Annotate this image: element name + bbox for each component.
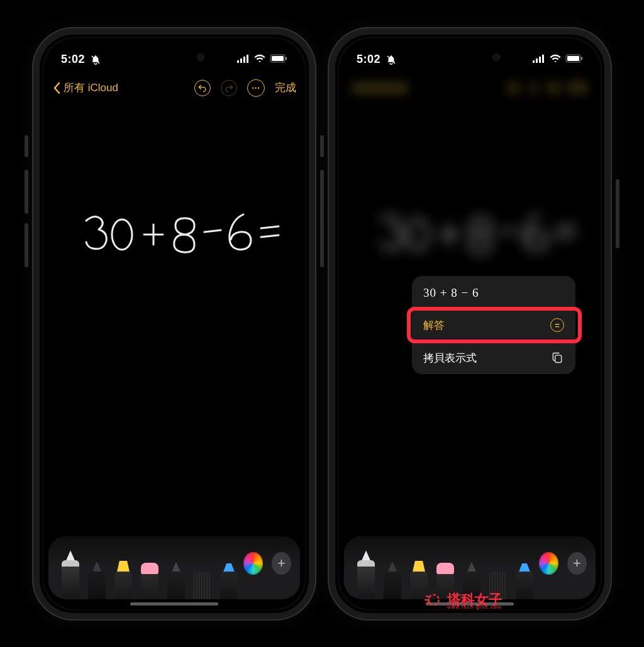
nav-back-label: 所有 iCloud (64, 80, 118, 95)
phone-frame-left: 5:02 (33, 28, 315, 619)
equals-icon: = (550, 318, 564, 332)
svg-rect-2 (240, 58, 242, 63)
home-indicator[interactable] (130, 602, 218, 606)
color-picker[interactable] (539, 552, 558, 575)
tool-pen[interactable] (357, 541, 375, 598)
watermark: 塔科女子 www.tech-girlz.com (423, 590, 502, 609)
tool-paint[interactable]: 50 (219, 553, 238, 599)
tool-paint[interactable]: 50 (515, 553, 534, 599)
screen-right: 5:02 (339, 38, 601, 609)
tool-pen[interactable] (61, 541, 80, 598)
color-picker[interactable] (243, 552, 263, 575)
svg-rect-17 (539, 57, 541, 63)
screen-left: 5:02 (43, 38, 305, 609)
status-time: 5:02 (61, 53, 85, 66)
svg-line-11 (204, 230, 221, 232)
undo-button[interactable] (194, 80, 211, 96)
svg-point-29 (428, 595, 439, 606)
add-tool-button[interactable]: + (272, 552, 291, 575)
add-tool-button[interactable]: + (567, 552, 587, 575)
drawing-tool-tray: 80 50 + (48, 536, 300, 599)
tool-ruler[interactable] (193, 553, 212, 599)
svg-line-25 (500, 230, 516, 232)
svg-line-26 (557, 226, 574, 228)
svg-point-8 (112, 219, 132, 250)
svg-rect-20 (567, 56, 579, 61)
svg-point-22 (408, 219, 428, 250)
battery-icon (565, 54, 583, 65)
watermark-sub: www.tech-girlz.com (447, 604, 502, 610)
cellular-icon (533, 54, 545, 65)
svg-rect-4 (247, 55, 248, 63)
drawing-tool-tray: 80 50 + (344, 536, 596, 599)
tool-pencil[interactable] (167, 553, 186, 599)
battery-icon (270, 54, 287, 65)
nav-back[interactable]: 所有 iCloud (52, 80, 118, 95)
svg-line-27 (557, 235, 574, 237)
popup-copy-label: 拷貝表示式 (423, 351, 477, 365)
mute-icon (90, 54, 101, 65)
dynamic-island (136, 46, 212, 69)
svg-rect-3 (243, 57, 245, 63)
phone-frame-right: 5:02 (329, 28, 611, 619)
done-button[interactable]: 完成 (275, 80, 296, 95)
tool-brush[interactable]: 80 (383, 553, 402, 599)
tool-eraser[interactable] (140, 553, 159, 599)
wifi-icon (549, 54, 562, 65)
popup-solve-label: 解答 (423, 318, 445, 333)
popup-copy-row[interactable]: 拷貝表示式 (412, 341, 575, 374)
svg-rect-1 (237, 60, 239, 63)
svg-line-13 (261, 235, 279, 237)
popup-solve-row[interactable]: 解答 = (412, 309, 575, 341)
cellular-icon (237, 54, 250, 65)
svg-rect-18 (542, 55, 544, 63)
svg-rect-15 (533, 60, 535, 63)
svg-line-12 (261, 226, 279, 228)
math-popup: 30 + 8 − 6 解答 = 拷貝表示式 (412, 276, 575, 374)
popup-expression: 30 + 8 − 6 (412, 276, 575, 309)
tool-highlighter[interactable] (114, 553, 133, 599)
svg-rect-28 (555, 355, 562, 363)
more-button[interactable]: ⋯ (247, 79, 265, 97)
svg-rect-21 (581, 57, 582, 60)
note-canvas[interactable] (43, 102, 305, 534)
svg-rect-6 (272, 56, 284, 61)
svg-rect-16 (536, 58, 538, 63)
copy-icon (550, 351, 564, 365)
svg-line-32 (426, 602, 430, 604)
redo-button[interactable] (221, 80, 237, 96)
dynamic-island (432, 46, 508, 69)
notes-nav-bar: 所有 iCloud ⋯ 完成 (43, 74, 305, 102)
handwriting-equation-blurred (377, 209, 578, 260)
svg-rect-7 (286, 57, 287, 60)
wifi-icon (253, 54, 266, 65)
handwriting-equation (81, 209, 282, 260)
tool-brush[interactable]: 80 (87, 553, 106, 599)
status-time: 5:02 (357, 53, 380, 66)
blurred-nav (339, 74, 601, 102)
mute-icon (386, 54, 397, 65)
